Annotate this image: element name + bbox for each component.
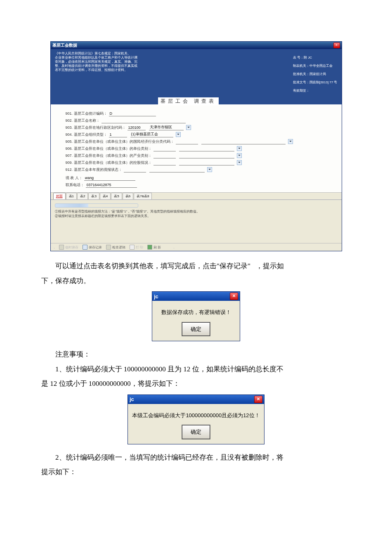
dialog-message: 数据保存成功，有逻辑错误！ [156, 307, 236, 318]
field-905-input-a[interactable] [176, 139, 198, 144]
note-line-2: ②填报时请注意报表标题栏的限定填报要求和表下面的逻辑关系。 [55, 214, 338, 218]
tab-7-8[interactable]: 表7&表8 [134, 193, 152, 199]
field-905-input-b[interactable] [201, 139, 286, 144]
horizontal-scrollbar[interactable] [55, 203, 138, 208]
dialog-save-success: jc × 数据保存成功，有逻辑错误！ 确定 [152, 291, 240, 341]
field-906-input-b[interactable] [179, 146, 234, 151]
dropdown-icon[interactable] [207, 167, 212, 172]
field-912-label: 912. 基层工会本年度的填报状态： [66, 167, 122, 172]
field-907-input-b[interactable] [179, 153, 234, 158]
meta-line: 有效期至： [293, 89, 338, 93]
field-909-input-a[interactable] [153, 160, 176, 165]
dialog-message: 本级工会编码必须大于100000000000且必须为12位！ [131, 410, 261, 421]
app-window: 基层工会数据 × 《中华人民共和国统计法》第七条规定：国家机关、 企业事业单位和… [50, 41, 342, 251]
field-907-input-a[interactable] [153, 153, 176, 158]
law-text: 《中华人民共和国统计法》第七条规定：国家机关、 企业事业单位和其他组织以及个体工… [55, 52, 146, 97]
tabbar: 封面 表1 表2 表3 表4 表5 表6 表7&表8 [51, 192, 342, 200]
note2-line2: 提示如下： [41, 465, 351, 479]
print-button: 打 印 [130, 245, 143, 250]
refresh-button[interactable]: 刷 新 [147, 245, 161, 250]
meta-line: 批准机关：国家统计局 [293, 72, 338, 76]
dropdown-icon[interactable] [237, 153, 242, 158]
tab-5[interactable]: 表5 [111, 193, 122, 199]
cut-title: 基层工会 调查表 [158, 97, 219, 105]
close-icon[interactable]: × [254, 396, 262, 403]
printer-icon [130, 245, 135, 250]
check-button[interactable]: 检查逻辑 [106, 245, 125, 250]
dialog-title: jc [130, 394, 134, 405]
tab-1[interactable]: 表1 [66, 193, 77, 199]
notice-heading: 注意事项： [41, 347, 351, 362]
form-meta: 表 号：附 JC 制表机关：中华全国总工会 批准机关：国家统计局 批准文号：国统… [293, 52, 338, 97]
dropdown-icon[interactable] [186, 125, 191, 130]
dropdown-icon[interactable] [237, 160, 242, 165]
floppy-icon [83, 245, 87, 250]
phone-label: 联系电话： [66, 182, 84, 188]
field-901-label: 901. 基层工会统计编码： [66, 111, 107, 116]
note1-line2: 是 12 位或小于 100000000000，将提示如下： [41, 376, 351, 391]
body-p2: 下，保存成功。 [41, 274, 351, 288]
filler-label: 填 表 人： [66, 175, 83, 181]
note2-line1: 2、统计编码必须唯一，当填写的统计编码已经存在，且没有被删除时，将 [41, 450, 351, 465]
field-905-label: 905. 基层工会所在单位（或单位主体）的国民经济行业分类代码： [66, 139, 174, 144]
tab-2[interactable]: 表2 [77, 193, 88, 199]
field-904-label: 904. 基层工会组织类型： [66, 132, 107, 137]
tab-6[interactable]: 表6 [123, 193, 133, 199]
refresh-icon [147, 245, 152, 250]
titlebar: 基层工会数据 × [51, 42, 342, 49]
body-text: 可以通过点击表名切换到其他表，填写完成后，点击"保存记录" ，提示如 下，保存成… [41, 259, 351, 479]
statusbar: . 临时保存 保存记录 检查逻辑 打 印 刷 新 . [51, 243, 342, 251]
save-button[interactable]: 保存记录 [83, 245, 102, 250]
tab-4[interactable]: 表4 [100, 193, 111, 199]
field-903-label: 903. 基层工会所在地行政区划代码： [66, 125, 126, 130]
field-903-code-input[interactable] [128, 125, 146, 130]
notes-area: ①报表中所有是否型指标的填报方法："是"填报"1"，"否"填报"2"。其他类型的… [51, 200, 342, 243]
field-902-input[interactable] [102, 118, 186, 123]
floppy-icon [59, 245, 64, 250]
field-904-text-input[interactable] [130, 132, 173, 137]
window-title: 基层工会数据 [52, 43, 77, 48]
ok-button[interactable]: 确定 [182, 425, 210, 439]
field-912-input-b[interactable] [149, 167, 205, 172]
close-icon[interactable]: × [333, 43, 340, 48]
close-icon[interactable]: × [230, 293, 238, 300]
meta-line: 表 号：附 JC [293, 56, 338, 60]
field-912-input-a[interactable] [124, 167, 146, 172]
dialog-code-length: jc × 本级工会编码必须大于100000000000且必须为12位！ 确定 [128, 394, 264, 444]
tab-cover[interactable]: 封面 [53, 193, 66, 199]
note-line-1: ①报表中所有是否型指标的填报方法："是"填报"1"，"否"填报"2"。其他类型的… [55, 209, 338, 214]
filler-input[interactable] [84, 175, 135, 181]
dropdown-icon[interactable] [176, 132, 181, 137]
ok-button[interactable]: 确定 [182, 322, 210, 336]
body-p1a: 可以通过点击表名切换到其他表，填写完成后，点击"保存记录" [55, 262, 250, 270]
meta-line: 批准文号：国统制[2013] 77 号 [293, 80, 338, 85]
field-909-label: 909. 基层工会所在单位（或单位主体）的控股情况： [66, 160, 152, 165]
field-909-input-b[interactable] [179, 160, 234, 165]
field-907-label: 907. 基层工会所在单位（或单位主体）的产业类别： [66, 153, 152, 158]
magnifier-icon [106, 245, 111, 250]
meta-line: 制表机关：中华全国总工会 [293, 64, 338, 68]
dialog-title: jc [154, 291, 158, 302]
form-area: 901. 基层工会统计编码： 902. 基层工会名称： 903. 基层工会所在地… [51, 104, 342, 192]
dropdown-icon[interactable] [288, 139, 293, 144]
dropdown-icon[interactable] [237, 146, 242, 151]
body-p1b: ，提示如 [256, 262, 284, 270]
tab-3[interactable]: 表3 [88, 193, 99, 199]
field-906-input-a[interactable] [153, 146, 176, 151]
field-902-label: 902. 基层工会名称： [66, 118, 100, 123]
tempsave-button: 临时保存 [59, 245, 78, 250]
phone-input[interactable] [86, 182, 137, 188]
header-band: 《中华人民共和国统计法》第七条规定：国家机关、 企业事业单位和其他组织以及个体工… [51, 49, 342, 104]
field-904-code-input[interactable] [109, 132, 127, 137]
note1-line1: 1、统计编码必须大于 100000000000 且为 12 位，如果统计编码的总… [41, 362, 351, 377]
field-906-label: 906. 基层工会所在单位（或单位主体）的单位类别： [66, 146, 152, 151]
field-903-name-input[interactable] [149, 125, 184, 130]
field-901-input[interactable] [109, 111, 156, 116]
